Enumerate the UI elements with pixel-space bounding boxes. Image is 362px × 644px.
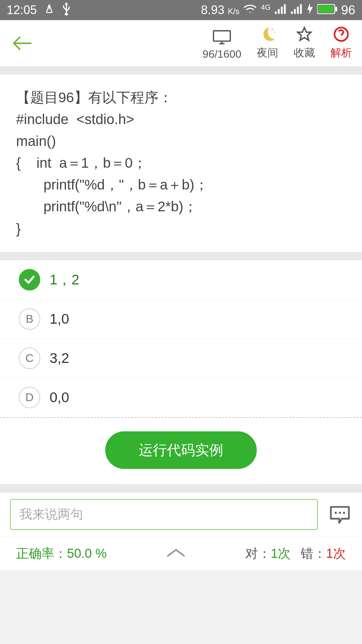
svg-point-12 [272,29,273,31]
share-icon [44,3,55,17]
option-d[interactable]: D 0,0 [0,378,362,417]
signal-bars-icon [275,3,287,17]
option-c[interactable]: C 3,2 [0,339,362,378]
question-line: main() [16,130,346,152]
divider [0,66,362,74]
question-content: 【题目96】有以下程序： #include <stdio.h> main() {… [0,74,362,252]
question-line: #include <stdio.h> [16,108,346,130]
svg-point-17 [343,512,345,514]
question-line: { int a＝1，b＝0； [16,152,346,174]
status-bar: 12:05 8.93 K/s 4G 96 [0,0,362,20]
svg-point-15 [335,512,337,514]
option-text: 0,0 [50,389,69,406]
option-b[interactable]: B 1,0 [0,300,362,339]
wifi-icon [243,3,257,17]
favorite-button[interactable]: 收藏 [294,26,315,60]
svg-rect-0 [275,11,277,14]
correct-stat: 对：1次 [245,545,291,562]
svg-rect-3 [284,4,286,14]
comment-input[interactable]: 我来说两句 [10,499,318,530]
battery-icon [317,3,337,17]
question-line: } [16,218,346,239]
svg-rect-7 [300,4,302,14]
run-section: 运行代码实例 [0,417,362,484]
chat-icon[interactable] [328,502,352,527]
comment-row: 我来说两句 [0,492,362,537]
svg-rect-6 [297,7,299,14]
svg-rect-2 [281,7,283,14]
question-circle-icon [333,26,349,44]
usb-icon [62,2,71,18]
wrong-stat: 错：1次 [301,545,346,562]
svg-point-13 [274,32,275,33]
option-text: 1,0 [50,311,69,327]
svg-rect-10 [335,7,337,11]
moon-icon [259,26,276,44]
question-line: printf("%d，"，b＝a＋b)； [16,174,346,196]
option-letter: B [19,308,40,330]
monitor-icon [213,30,231,46]
chevron-up-icon[interactable] [107,546,245,561]
option-letter: D [19,387,40,408]
option-text: 3,2 [50,350,69,366]
svg-rect-4 [291,11,293,14]
svg-rect-9 [318,5,334,12]
question-line: printf("%d\n"，a＝2*b)； [16,196,346,217]
status-battery-pct: 96 [341,3,355,17]
app-header: 96/1600 夜间 收藏 解析 [0,20,362,66]
signal-bars-2-icon [291,3,303,17]
option-a[interactable]: 1，2 [0,260,362,300]
charging-icon [307,3,313,17]
svg-rect-1 [278,9,280,14]
analysis-button[interactable]: 解析 [330,26,352,60]
stats-bar: 正确率：50.0 % 对：1次 错：1次 [0,537,362,570]
svg-rect-5 [294,9,296,14]
check-icon [19,269,40,290]
back-button[interactable] [10,32,34,55]
option-text: 1，2 [50,270,79,289]
signal-4g-icon: 4G [261,3,270,12]
night-mode-button[interactable]: 夜间 [257,26,278,60]
status-speed: 8.93 K/s [201,3,240,17]
accuracy-stat: 正确率：50.0 % [16,545,107,562]
divider [0,484,362,492]
svg-rect-11 [214,31,230,41]
star-icon [296,26,312,44]
svg-point-16 [339,512,341,514]
option-letter: C [19,347,40,369]
divider [0,252,362,260]
options-list: 1，2 B 1,0 C 3,2 D 0,0 [0,260,362,417]
question-line: 【题目96】有以下程序： [16,87,346,108]
status-time: 12:05 [7,3,37,17]
question-counter[interactable]: 96/1600 [202,30,241,60]
run-code-button[interactable]: 运行代码实例 [105,431,257,469]
